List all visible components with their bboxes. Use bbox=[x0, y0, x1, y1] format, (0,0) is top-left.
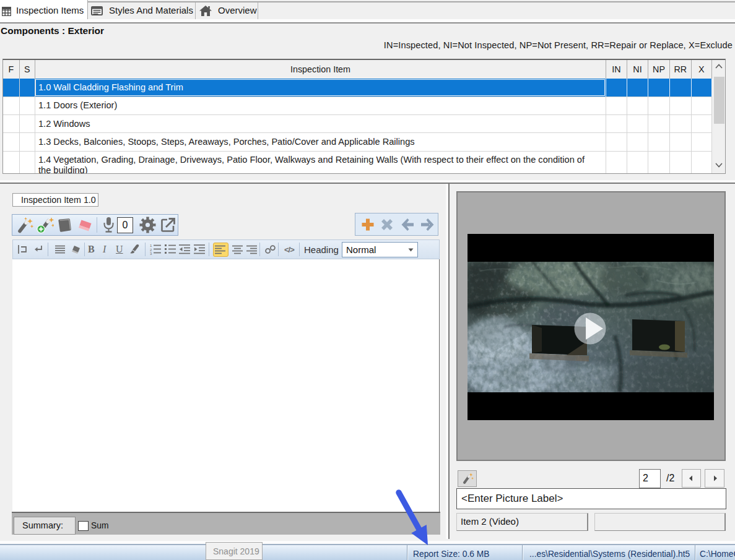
svg-text:1: 1 bbox=[150, 244, 152, 248]
svg-text:3: 3 bbox=[150, 252, 152, 255]
svg-text:2: 2 bbox=[150, 248, 152, 252]
